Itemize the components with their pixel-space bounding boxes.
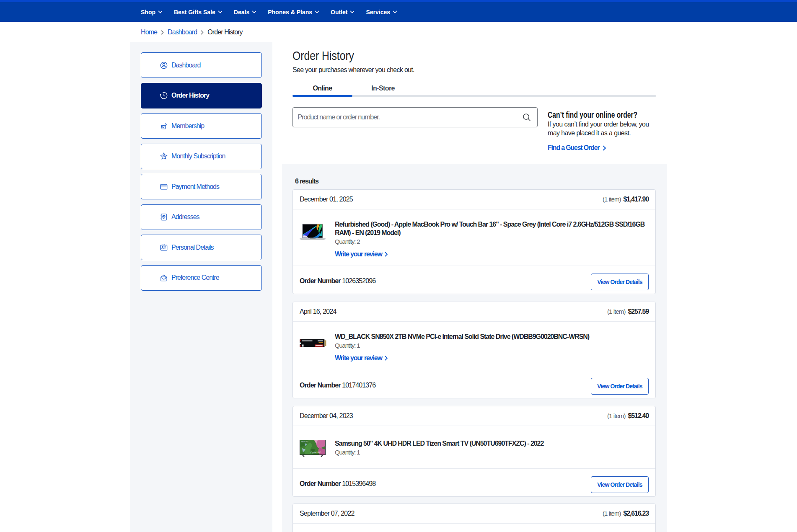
svg-text:$: $ — [163, 155, 165, 158]
svg-text:Crystal UHD: Crystal UHD — [311, 452, 321, 454]
svg-text:SAMSUNG: SAMSUNG — [301, 441, 309, 443]
